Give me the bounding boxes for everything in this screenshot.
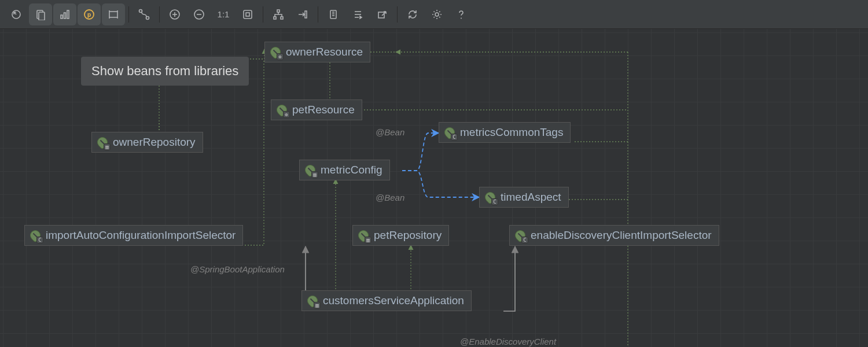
svg-rect-21 [246, 13, 249, 16]
list-icon[interactable] [346, 3, 369, 25]
svg-rect-24 [281, 17, 283, 19]
connector-icon[interactable] [133, 3, 156, 25]
svg-rect-5 [67, 10, 69, 19]
frame-icon[interactable] [102, 3, 125, 25]
node-label: ownerRepository [113, 136, 196, 149]
back-icon[interactable] [5, 3, 28, 25]
node-label: metricsCommonTags [460, 126, 563, 139]
toolbar-separator [128, 6, 129, 23]
svg-rect-20 [244, 10, 252, 19]
node-metric-config[interactable]: ▥ metricConfig [299, 160, 390, 180]
node-import-auto-config[interactable]: C importAutoConfigurationImportSelector [24, 225, 243, 246]
node-label: metricConfig [321, 164, 382, 176]
toolbar: p 1:1 [0, 0, 868, 29]
node-enable-discovery[interactable]: C enableDiscoveryClientImportSelector [509, 225, 719, 246]
bean-icon: C [484, 191, 496, 203]
svg-rect-8 [109, 12, 117, 17]
node-pet-resource[interactable]: ⊕ petResource [271, 99, 362, 120]
copy-icon[interactable] [322, 3, 345, 25]
node-label: timedAspect [501, 191, 561, 204]
documents-icon[interactable] [29, 3, 52, 25]
svg-point-35 [461, 17, 462, 19]
bean-icon: ⊕ [270, 46, 281, 58]
node-label: petResource [292, 104, 355, 116]
svg-point-14 [146, 16, 149, 19]
toolbar-separator [159, 6, 160, 23]
toolbar-separator [318, 6, 318, 23]
svg-point-34 [435, 13, 439, 16]
merge-icon[interactable] [291, 3, 314, 25]
node-label: importAutoConfigurationImportSelector [46, 229, 236, 242]
toolbar-separator [263, 6, 263, 23]
bean-icon: ▥ [304, 164, 316, 176]
svg-rect-23 [274, 17, 276, 19]
svg-rect-2 [39, 12, 45, 20]
bean-icon: C [30, 230, 41, 241]
toolbar-separator [397, 6, 398, 23]
bean-icon: ▥ [358, 230, 369, 241]
edge-label-bean: @Bean [376, 127, 404, 137]
svg-text:p: p [87, 11, 91, 19]
svg-rect-4 [64, 13, 66, 19]
refresh-icon[interactable] [401, 3, 424, 25]
node-label: customersServiceApplication [323, 294, 464, 307]
chart-icon[interactable] [53, 3, 76, 25]
tooltip-text: Show beans from libraries [91, 64, 238, 78]
package-icon[interactable]: p [78, 3, 101, 25]
node-metrics-common-tags[interactable]: C metricsCommonTags [439, 122, 571, 143]
edge-label-bean: @Bean [376, 193, 404, 202]
node-label: enableDiscoveryClientImportSelector [531, 229, 712, 242]
zoom-in-icon[interactable] [163, 3, 186, 25]
node-pet-repository[interactable]: ▥ petRepository [352, 225, 449, 246]
node-label: ownerResource [286, 46, 363, 58]
bean-icon: ▥ [97, 136, 108, 148]
export-icon[interactable] [370, 3, 393, 25]
hierarchy-icon[interactable] [267, 3, 290, 25]
help-icon[interactable] [450, 3, 473, 25]
fit-icon[interactable] [236, 3, 259, 25]
bean-icon: ⊕ [276, 104, 288, 116]
svg-rect-22 [277, 10, 279, 12]
svg-rect-3 [61, 15, 62, 19]
bean-icon: ▥ [307, 295, 318, 307]
diagram-canvas[interactable]: ⊕ ownerResource ⊕ petResource ▥ ownerRep… [0, 29, 868, 347]
node-owner-resource[interactable]: ⊕ ownerResource [264, 42, 370, 62]
edge-label-springboot: @SpringBootApplication [190, 264, 285, 274]
zoom-scale-label[interactable]: 1:1 [212, 3, 235, 25]
tooltip: Show beans from libraries [81, 57, 249, 86]
gear-icon[interactable] [425, 3, 448, 25]
svg-rect-25 [305, 11, 307, 18]
svg-rect-26 [330, 10, 336, 19]
node-customers-service-app[interactable]: ▥ customersServiceApplication [301, 290, 472, 311]
svg-rect-33 [378, 12, 384, 18]
bean-icon: C [444, 127, 455, 138]
node-timed-aspect[interactable]: C timedAspect [479, 187, 569, 208]
node-label: petRepository [374, 229, 442, 242]
edge-label-discovery: @EnableDiscoveryClient [460, 337, 556, 346]
bean-icon: C [514, 230, 526, 241]
node-owner-repository[interactable]: ▥ ownerRepository [91, 132, 203, 153]
zoom-out-icon[interactable] [187, 3, 211, 25]
svg-point-13 [139, 9, 142, 12]
